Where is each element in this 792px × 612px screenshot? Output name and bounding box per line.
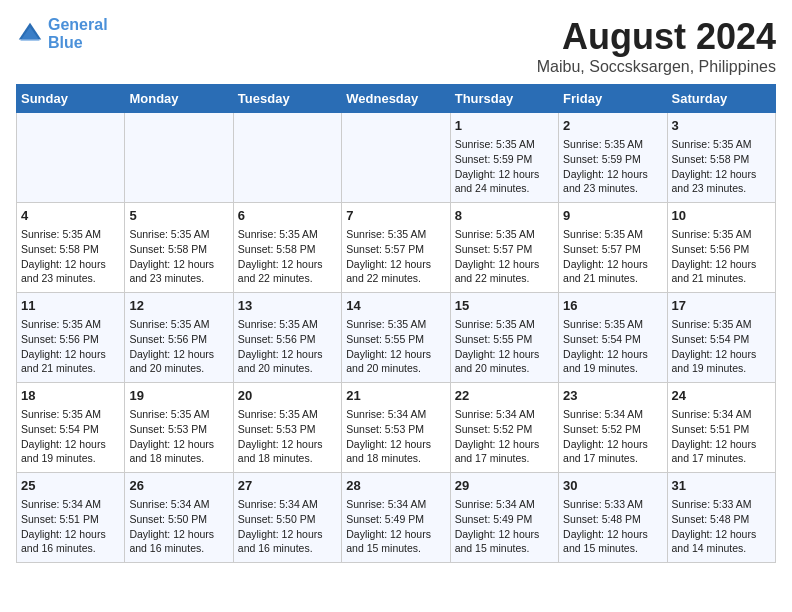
date-number: 16 bbox=[563, 297, 662, 315]
day-header-wednesday: Wednesday bbox=[342, 85, 450, 113]
calendar-table: SundayMondayTuesdayWednesdayThursdayFrid… bbox=[16, 84, 776, 563]
calendar-cell: 4Sunrise: 5:35 AM Sunset: 5:58 PM Daylig… bbox=[17, 203, 125, 293]
cell-content: Sunrise: 5:35 AM Sunset: 5:56 PM Dayligh… bbox=[238, 317, 337, 376]
date-number: 2 bbox=[563, 117, 662, 135]
date-number: 8 bbox=[455, 207, 554, 225]
date-number: 23 bbox=[563, 387, 662, 405]
date-number: 18 bbox=[21, 387, 120, 405]
cell-content: Sunrise: 5:35 AM Sunset: 5:56 PM Dayligh… bbox=[672, 227, 771, 286]
date-number: 24 bbox=[672, 387, 771, 405]
cell-content: Sunrise: 5:35 AM Sunset: 5:57 PM Dayligh… bbox=[346, 227, 445, 286]
day-header-tuesday: Tuesday bbox=[233, 85, 341, 113]
cell-content: Sunrise: 5:35 AM Sunset: 5:57 PM Dayligh… bbox=[455, 227, 554, 286]
date-number: 30 bbox=[563, 477, 662, 495]
cell-content: Sunrise: 5:34 AM Sunset: 5:52 PM Dayligh… bbox=[455, 407, 554, 466]
date-number: 14 bbox=[346, 297, 445, 315]
date-number: 1 bbox=[455, 117, 554, 135]
cell-content: Sunrise: 5:35 AM Sunset: 5:58 PM Dayligh… bbox=[672, 137, 771, 196]
calendar-cell: 3Sunrise: 5:35 AM Sunset: 5:58 PM Daylig… bbox=[667, 113, 775, 203]
cell-content: Sunrise: 5:34 AM Sunset: 5:50 PM Dayligh… bbox=[238, 497, 337, 556]
date-number: 12 bbox=[129, 297, 228, 315]
calendar-cell: 20Sunrise: 5:35 AM Sunset: 5:53 PM Dayli… bbox=[233, 383, 341, 473]
calendar-cell: 2Sunrise: 5:35 AM Sunset: 5:59 PM Daylig… bbox=[559, 113, 667, 203]
calendar-cell bbox=[233, 113, 341, 203]
cell-content: Sunrise: 5:34 AM Sunset: 5:51 PM Dayligh… bbox=[672, 407, 771, 466]
calendar-cell: 24Sunrise: 5:34 AM Sunset: 5:51 PM Dayli… bbox=[667, 383, 775, 473]
week-row-2: 4Sunrise: 5:35 AM Sunset: 5:58 PM Daylig… bbox=[17, 203, 776, 293]
cell-content: Sunrise: 5:35 AM Sunset: 5:53 PM Dayligh… bbox=[238, 407, 337, 466]
calendar-cell: 10Sunrise: 5:35 AM Sunset: 5:56 PM Dayli… bbox=[667, 203, 775, 293]
date-number: 27 bbox=[238, 477, 337, 495]
date-number: 7 bbox=[346, 207, 445, 225]
cell-content: Sunrise: 5:34 AM Sunset: 5:51 PM Dayligh… bbox=[21, 497, 120, 556]
calendar-cell: 1Sunrise: 5:35 AM Sunset: 5:59 PM Daylig… bbox=[450, 113, 558, 203]
header: General Blue August 2024 Maibu, Soccsksa… bbox=[16, 16, 776, 76]
date-number: 9 bbox=[563, 207, 662, 225]
day-header-sunday: Sunday bbox=[17, 85, 125, 113]
week-row-1: 1Sunrise: 5:35 AM Sunset: 5:59 PM Daylig… bbox=[17, 113, 776, 203]
calendar-cell: 25Sunrise: 5:34 AM Sunset: 5:51 PM Dayli… bbox=[17, 473, 125, 563]
date-number: 13 bbox=[238, 297, 337, 315]
cell-content: Sunrise: 5:34 AM Sunset: 5:50 PM Dayligh… bbox=[129, 497, 228, 556]
calendar-cell: 23Sunrise: 5:34 AM Sunset: 5:52 PM Dayli… bbox=[559, 383, 667, 473]
calendar-cell: 15Sunrise: 5:35 AM Sunset: 5:55 PM Dayli… bbox=[450, 293, 558, 383]
calendar-cell: 16Sunrise: 5:35 AM Sunset: 5:54 PM Dayli… bbox=[559, 293, 667, 383]
calendar-cell bbox=[342, 113, 450, 203]
day-header-thursday: Thursday bbox=[450, 85, 558, 113]
date-number: 31 bbox=[672, 477, 771, 495]
calendar-cell: 12Sunrise: 5:35 AM Sunset: 5:56 PM Dayli… bbox=[125, 293, 233, 383]
cell-content: Sunrise: 5:35 AM Sunset: 5:55 PM Dayligh… bbox=[346, 317, 445, 376]
cell-content: Sunrise: 5:35 AM Sunset: 5:59 PM Dayligh… bbox=[455, 137, 554, 196]
day-header-monday: Monday bbox=[125, 85, 233, 113]
cell-content: Sunrise: 5:35 AM Sunset: 5:56 PM Dayligh… bbox=[129, 317, 228, 376]
cell-content: Sunrise: 5:35 AM Sunset: 5:58 PM Dayligh… bbox=[129, 227, 228, 286]
calendar-header-row: SundayMondayTuesdayWednesdayThursdayFrid… bbox=[17, 85, 776, 113]
calendar-cell bbox=[17, 113, 125, 203]
calendar-cell: 19Sunrise: 5:35 AM Sunset: 5:53 PM Dayli… bbox=[125, 383, 233, 473]
date-number: 22 bbox=[455, 387, 554, 405]
date-number: 17 bbox=[672, 297, 771, 315]
date-number: 3 bbox=[672, 117, 771, 135]
calendar-cell: 29Sunrise: 5:34 AM Sunset: 5:49 PM Dayli… bbox=[450, 473, 558, 563]
day-header-saturday: Saturday bbox=[667, 85, 775, 113]
calendar-cell: 13Sunrise: 5:35 AM Sunset: 5:56 PM Dayli… bbox=[233, 293, 341, 383]
cell-content: Sunrise: 5:34 AM Sunset: 5:49 PM Dayligh… bbox=[455, 497, 554, 556]
calendar-cell: 5Sunrise: 5:35 AM Sunset: 5:58 PM Daylig… bbox=[125, 203, 233, 293]
calendar-cell: 22Sunrise: 5:34 AM Sunset: 5:52 PM Dayli… bbox=[450, 383, 558, 473]
cell-content: Sunrise: 5:35 AM Sunset: 5:56 PM Dayligh… bbox=[21, 317, 120, 376]
cell-content: Sunrise: 5:35 AM Sunset: 5:54 PM Dayligh… bbox=[563, 317, 662, 376]
title-area: August 2024 Maibu, Soccsksargen, Philipp… bbox=[537, 16, 776, 76]
week-row-4: 18Sunrise: 5:35 AM Sunset: 5:54 PM Dayli… bbox=[17, 383, 776, 473]
date-number: 10 bbox=[672, 207, 771, 225]
calendar-cell: 21Sunrise: 5:34 AM Sunset: 5:53 PM Dayli… bbox=[342, 383, 450, 473]
logo-text: General Blue bbox=[48, 16, 108, 51]
calendar-cell: 26Sunrise: 5:34 AM Sunset: 5:50 PM Dayli… bbox=[125, 473, 233, 563]
date-number: 15 bbox=[455, 297, 554, 315]
subtitle: Maibu, Soccsksargen, Philippines bbox=[537, 58, 776, 76]
calendar-cell bbox=[125, 113, 233, 203]
date-number: 21 bbox=[346, 387, 445, 405]
cell-content: Sunrise: 5:35 AM Sunset: 5:58 PM Dayligh… bbox=[21, 227, 120, 286]
calendar-cell: 7Sunrise: 5:35 AM Sunset: 5:57 PM Daylig… bbox=[342, 203, 450, 293]
logo-icon bbox=[16, 20, 44, 48]
calendar-cell: 11Sunrise: 5:35 AM Sunset: 5:56 PM Dayli… bbox=[17, 293, 125, 383]
main-title: August 2024 bbox=[537, 16, 776, 58]
date-number: 6 bbox=[238, 207, 337, 225]
cell-content: Sunrise: 5:34 AM Sunset: 5:52 PM Dayligh… bbox=[563, 407, 662, 466]
week-row-3: 11Sunrise: 5:35 AM Sunset: 5:56 PM Dayli… bbox=[17, 293, 776, 383]
calendar-cell: 27Sunrise: 5:34 AM Sunset: 5:50 PM Dayli… bbox=[233, 473, 341, 563]
date-number: 29 bbox=[455, 477, 554, 495]
cell-content: Sunrise: 5:33 AM Sunset: 5:48 PM Dayligh… bbox=[563, 497, 662, 556]
logo-general: General bbox=[48, 16, 108, 33]
cell-content: Sunrise: 5:35 AM Sunset: 5:54 PM Dayligh… bbox=[672, 317, 771, 376]
cell-content: Sunrise: 5:35 AM Sunset: 5:58 PM Dayligh… bbox=[238, 227, 337, 286]
day-header-friday: Friday bbox=[559, 85, 667, 113]
calendar-cell: 9Sunrise: 5:35 AM Sunset: 5:57 PM Daylig… bbox=[559, 203, 667, 293]
cell-content: Sunrise: 5:35 AM Sunset: 5:55 PM Dayligh… bbox=[455, 317, 554, 376]
calendar-cell: 6Sunrise: 5:35 AM Sunset: 5:58 PM Daylig… bbox=[233, 203, 341, 293]
date-number: 11 bbox=[21, 297, 120, 315]
week-row-5: 25Sunrise: 5:34 AM Sunset: 5:51 PM Dayli… bbox=[17, 473, 776, 563]
date-number: 26 bbox=[129, 477, 228, 495]
date-number: 20 bbox=[238, 387, 337, 405]
date-number: 25 bbox=[21, 477, 120, 495]
